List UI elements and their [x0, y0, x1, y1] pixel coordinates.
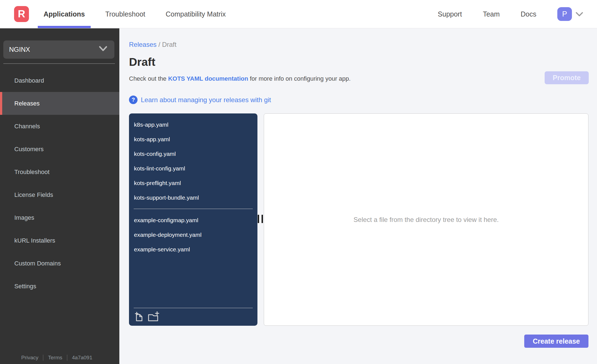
- sidebar: NGINX Dashboard Releases Channels Custom…: [0, 28, 119, 364]
- sidebar-item-releases[interactable]: Releases: [0, 92, 119, 115]
- breadcrumb-separator: /: [158, 41, 160, 48]
- sidebar-footer: Privacy Terms 4a7a091: [21, 355, 92, 361]
- page-description: Check out the KOTS YAML documentation fo…: [129, 75, 588, 82]
- file-item-kots-support-bundle[interactable]: kots-support-bundle.yaml: [129, 190, 257, 205]
- user-avatar[interactable]: P: [557, 7, 572, 21]
- new-folder-icon[interactable]: [147, 311, 160, 322]
- sidebar-item-settings[interactable]: Settings: [0, 275, 119, 298]
- file-item-kots-preflight[interactable]: kots-preflight.yaml: [129, 176, 257, 190]
- nav-tab-troubleshoot[interactable]: Troubleshoot: [99, 0, 151, 28]
- release-editor: k8s-app.yaml kots-app.yaml kots-config.y…: [129, 113, 588, 326]
- main-content: Releases / Draft Draft Check out the KOT…: [119, 28, 597, 364]
- top-nav: R Applications Troubleshoot Compatibilit…: [0, 0, 597, 28]
- resize-drag-handle[interactable]: [258, 215, 263, 223]
- terms-link[interactable]: Terms: [48, 355, 62, 361]
- file-item-k8s-app[interactable]: k8s-app.yaml: [129, 117, 257, 132]
- app-selector-chevron-down-icon: [98, 46, 108, 53]
- nav-link-team[interactable]: Team: [483, 10, 500, 18]
- breadcrumb: Releases / Draft: [129, 28, 588, 48]
- file-item-example-service[interactable]: example-service.yaml: [129, 242, 257, 257]
- sidebar-menu: Dashboard Releases Channels Customers Tr…: [0, 69, 119, 298]
- git-releases-help-link[interactable]: Learn about managing your releases with …: [141, 96, 271, 104]
- privacy-link[interactable]: Privacy: [21, 355, 38, 361]
- file-viewer-panel: Select a file from the directory tree to…: [264, 113, 588, 326]
- primary-nav: Applications Troubleshoot Compatibility …: [38, 0, 240, 28]
- kots-yaml-docs-link[interactable]: KOTS YAML documentation: [168, 75, 248, 82]
- file-item-kots-config[interactable]: kots-config.yaml: [129, 146, 257, 161]
- actions-row: Create release: [129, 335, 588, 348]
- sidebar-item-dashboard[interactable]: Dashboard: [0, 69, 119, 92]
- question-circle-icon: ?: [129, 96, 138, 104]
- sidebar-item-customers[interactable]: Customers: [0, 138, 119, 161]
- sidebar-item-custom-domains[interactable]: Custom Domains: [0, 252, 119, 275]
- app-selector-value: NGINX: [9, 46, 30, 53]
- secondary-nav: Support Team Docs P: [438, 7, 597, 21]
- sidebar-item-channels[interactable]: Channels: [0, 115, 119, 138]
- file-item-example-configmap[interactable]: example-configmap.yaml: [129, 213, 257, 227]
- replicated-logo[interactable]: R: [14, 6, 29, 22]
- file-item-kots-app[interactable]: kots-app.yaml: [129, 132, 257, 146]
- promote-button[interactable]: Promote: [545, 71, 589, 84]
- file-item-kots-lint-config[interactable]: kots-lint-config.yaml: [129, 161, 257, 176]
- nav-tab-applications[interactable]: Applications: [38, 0, 91, 28]
- page-title: Draft: [129, 56, 588, 69]
- logo-letter: R: [18, 8, 25, 20]
- footer-separator: [43, 355, 43, 361]
- sidebar-item-kurl-installers[interactable]: kURL Installers: [0, 229, 119, 252]
- breadcrumb-current: Draft: [162, 41, 176, 48]
- file-group-divider: [134, 209, 253, 209]
- app-selector-dropdown[interactable]: NGINX: [3, 40, 114, 59]
- new-file-icon[interactable]: [134, 311, 144, 322]
- nav-link-docs[interactable]: Docs: [521, 10, 536, 18]
- sidebar-divider: [3, 63, 115, 64]
- panel-gutter: [257, 113, 264, 326]
- user-menu-chevron-down-icon[interactable]: [575, 12, 583, 18]
- footer-separator: [67, 355, 67, 361]
- file-tree-panel: k8s-app.yaml kots-app.yaml kots-config.y…: [129, 113, 257, 326]
- file-tree-footer: [129, 308, 257, 326]
- build-version: 4a7a091: [72, 355, 92, 361]
- sidebar-item-troubleshoot[interactable]: Troubleshoot: [0, 161, 119, 183]
- nav-tab-compatibility-matrix[interactable]: Compatibility Matrix: [160, 0, 232, 28]
- git-help-row: ? Learn about managing your releases wit…: [129, 96, 588, 104]
- create-release-button[interactable]: Create release: [524, 335, 588, 348]
- sidebar-item-license-fields[interactable]: License Fields: [0, 183, 119, 206]
- nav-link-support[interactable]: Support: [438, 10, 462, 18]
- sidebar-item-images[interactable]: Images: [0, 206, 119, 229]
- breadcrumb-releases-link[interactable]: Releases: [129, 41, 157, 48]
- viewer-placeholder-text: Select a file from the directory tree to…: [354, 216, 499, 224]
- file-item-example-deployment[interactable]: example-deployment.yaml: [129, 227, 257, 242]
